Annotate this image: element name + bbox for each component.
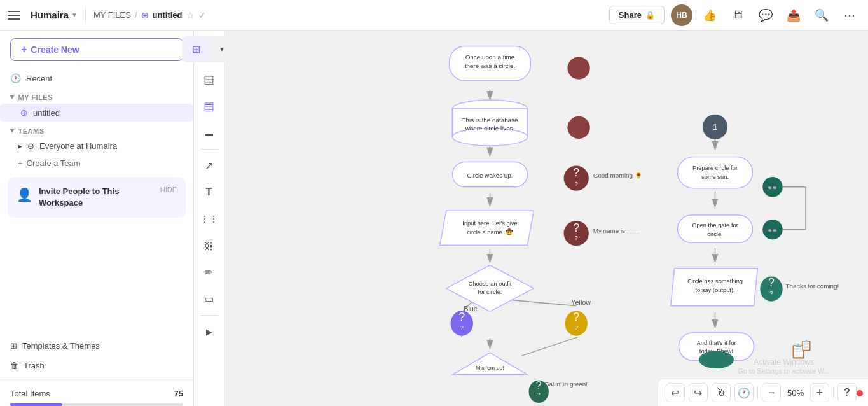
- svg-line-10: [521, 337, 578, 356]
- svg-text:?: ?: [573, 311, 579, 323]
- svg-point-81: [699, 351, 734, 368]
- svg-text:to say (output).: to say (output).: [695, 287, 734, 293]
- redo-button[interactable]: ↪: [689, 383, 708, 402]
- file-type-icon: ⊕: [141, 10, 149, 20]
- svg-text:some sun.: some sun.: [701, 174, 729, 180]
- zoom-out-button[interactable]: −: [762, 383, 781, 402]
- breadcrumb-slash: /: [135, 10, 137, 20]
- avatar[interactable]: HB: [671, 4, 692, 26]
- rect-tool-button[interactable]: ▭: [197, 287, 221, 311]
- svg-text:?: ?: [768, 276, 775, 289]
- svg-marker-31: [440, 211, 534, 245]
- layout2-tool-button[interactable]: ▤: [197, 94, 221, 118]
- svg-text:👓: 👓: [767, 183, 778, 193]
- svg-text:Once upon a time: Once upon a time: [465, 53, 515, 60]
- sidebar-item-trash[interactable]: 🗑 Trash: [0, 356, 193, 375]
- svg-text:?: ?: [536, 380, 542, 391]
- breadcrumb-myfiles[interactable]: MY FILES: [93, 10, 131, 20]
- svg-text:1: 1: [713, 122, 717, 132]
- more-options-button[interactable]: ⋯: [839, 4, 860, 26]
- hamburger-menu[interactable]: [8, 6, 25, 24]
- link-tool-button[interactable]: ⛓: [197, 234, 221, 258]
- triangle-icon: ▾: [10, 93, 15, 101]
- svg-text:?: ?: [460, 324, 464, 331]
- svg-rect-44: [678, 215, 753, 242]
- svg-text:?: ?: [574, 180, 578, 187]
- history-button[interactable]: 🕐: [734, 383, 754, 402]
- thumbsup-button[interactable]: 👍: [699, 4, 720, 26]
- layout3-tool-button[interactable]: ▬: [197, 121, 221, 145]
- storage-progress-fill: [10, 403, 62, 406]
- teams-group: ▾ TEAMS: [0, 122, 193, 137]
- hide-button[interactable]: HIDE: [160, 186, 177, 193]
- zoom-in-button[interactable]: +: [810, 383, 829, 402]
- share2-button[interactable]: 📤: [783, 4, 804, 26]
- svg-text:Ballin' in green!: Ballin' in green!: [545, 381, 588, 388]
- play-tool-button[interactable]: ▶: [197, 319, 221, 344]
- tool-divider2: [200, 315, 218, 316]
- flowchart-canvas: Blue Yellow Once upon a time there was a…: [224, 31, 868, 406]
- sidebar-item-everyone[interactable]: ▸ ⊕ Everyone at Humaira: [0, 137, 193, 155]
- team-icon: ⊕: [27, 141, 34, 151]
- topbar-right: Share 🔒 HB 👍 🖥 💬 📤 🔍 ⋯: [609, 4, 860, 26]
- lock-icon: 🔒: [645, 11, 655, 20]
- svg-text:📋: 📋: [800, 339, 813, 351]
- clock-icon: 🕐: [10, 73, 21, 83]
- trash-icon: 🗑: [10, 361, 18, 370]
- svg-point-53: [567, 57, 589, 79]
- svg-marker-37: [453, 353, 528, 374]
- arrow-tool-button[interactable]: ↗: [197, 153, 221, 178]
- star-icon[interactable]: ☆: [186, 10, 195, 20]
- tool-divider: [200, 149, 218, 150]
- sidebar-item-untitled[interactable]: ⊕ untitled: [0, 104, 193, 122]
- total-items-row: Total Items 75: [0, 384, 193, 403]
- svg-text:Yellow: Yellow: [571, 298, 591, 306]
- frame-tool-button[interactable]: ⊞: [184, 37, 209, 61]
- svg-text:Blue: Blue: [464, 305, 478, 312]
- svg-text:Open the gate for: Open the gate for: [692, 222, 738, 228]
- sidebar-item-recent[interactable]: 🕐 Recent: [0, 69, 193, 88]
- svg-text:there was a circle.: there was a circle.: [465, 62, 515, 69]
- divider: [0, 379, 193, 380]
- svg-text:circle a name. 🤠: circle a name. 🤠: [467, 228, 513, 236]
- svg-point-54: [567, 116, 589, 139]
- grid-tool-button[interactable]: ⋮⋮: [197, 207, 221, 231]
- svg-text:?: ?: [574, 324, 578, 331]
- watermark: Activate WindowsGo to Settings to activa…: [738, 358, 830, 375]
- svg-text:And that's it for: And that's it for: [696, 340, 736, 346]
- svg-line-6: [506, 300, 576, 306]
- topbar: Humaira ▼ MY FILES / ⊕ untitled ☆ ✓ Shar…: [0, 0, 868, 31]
- pencil-tool-button[interactable]: ✏: [197, 260, 221, 284]
- svg-text:?: ?: [574, 234, 578, 241]
- share-button[interactable]: Share 🔒: [609, 6, 665, 24]
- svg-text:Mix 'em up!: Mix 'em up!: [476, 365, 504, 371]
- comment-button[interactable]: 💬: [755, 4, 776, 26]
- present-button[interactable]: 🖥: [727, 4, 748, 26]
- breadcrumb-filename: untitled: [153, 10, 183, 20]
- svg-text:?: ?: [537, 391, 541, 398]
- sidebar-create-team[interactable]: + Create a Team: [0, 155, 193, 172]
- triangle-icon: ▾: [10, 127, 15, 135]
- cursor-button[interactable]: 🖱: [712, 383, 731, 402]
- svg-text:?: ?: [458, 311, 465, 323]
- svg-text:?: ?: [573, 166, 579, 179]
- svg-text:?: ?: [769, 290, 773, 297]
- undo-button[interactable]: ↩: [666, 383, 685, 402]
- text-tool-button[interactable]: T: [197, 180, 221, 204]
- topbar-separator: [85, 8, 86, 23]
- sidebar-item-templates[interactable]: ⊞ Templates & Themes: [0, 336, 193, 356]
- help-button[interactable]: ?: [837, 383, 857, 402]
- layout1-tool-button[interactable]: ▤: [197, 67, 221, 92]
- svg-text:circle.: circle.: [707, 231, 722, 237]
- svg-text:👓: 👓: [767, 225, 778, 236]
- zoom-level: 50%: [785, 388, 806, 398]
- search-button[interactable]: 🔍: [811, 4, 832, 26]
- brand-name[interactable]: Humaira ▼: [31, 10, 78, 20]
- svg-text:My name is ____: My name is ____: [593, 227, 641, 234]
- create-new-button[interactable]: + Create New: [10, 38, 183, 61]
- invite-box[interactable]: 👤 Invite People to This Workspace HIDE: [8, 177, 186, 218]
- canvas-area[interactable]: Blue Yellow Once upon a time there was a…: [224, 31, 868, 406]
- sidebar-bottom: ⊞ Templates & Themes 🗑 Trash Total Items…: [0, 336, 193, 406]
- svg-text:for circle.: for circle.: [478, 289, 502, 295]
- triangle-icon: ▸: [18, 141, 22, 151]
